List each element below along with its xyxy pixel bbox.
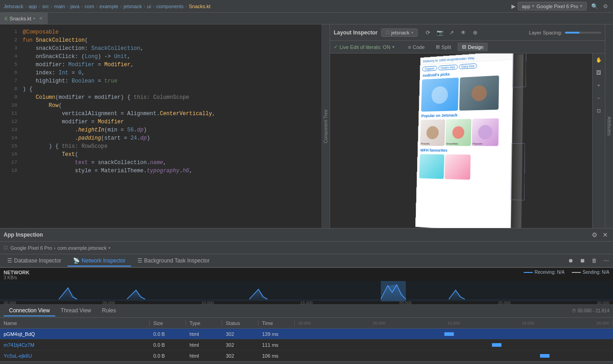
layout-export-icon[interactable]: ↗ xyxy=(447,28,457,38)
inspector-stop-icon[interactable]: ⏹ xyxy=(578,256,588,266)
layout-eye-icon[interactable]: 👁 xyxy=(458,28,468,38)
tab-code[interactable]: ≡ Code xyxy=(404,43,429,51)
tab-split-label: Split xyxy=(442,44,451,50)
label-pretzels: Pretzels xyxy=(421,142,429,145)
row2-status: 302 xyxy=(222,342,258,348)
receiving-line xyxy=(524,272,533,273)
device-label: Google Pixel 6 Pro xyxy=(536,4,578,9)
network-svg-chart xyxy=(0,281,613,301)
toolbar-actions: 🔍 ⚙ xyxy=(590,2,609,10)
file-tab-snacks[interactable]: K Snacks.kt ● ✕ xyxy=(0,13,48,24)
breadcrumb-file[interactable]: Snacks.kt xyxy=(189,4,210,9)
hand-tool-icon[interactable]: ✋ xyxy=(594,55,603,64)
row1-size: 0.0 B xyxy=(150,331,186,337)
layout-inspector-panel: Layout Inspector ☐ jetsnack ▾ ⟳ 📷 ↗ 👁 ⊕ … xyxy=(330,24,605,228)
search-icon[interactable]: 🔍 xyxy=(590,2,598,10)
inspection-close-icon[interactable]: ✕ xyxy=(601,231,609,239)
time-20: 20.000 xyxy=(399,301,412,304)
device-chevron: ▾ xyxy=(108,246,111,250)
layout-refresh-icon[interactable]: ⟳ xyxy=(423,28,433,38)
breadcrumb-ui[interactable]: ui xyxy=(147,4,151,9)
layout-icons: ⟳ 📷 ↗ 👁 ⊕ xyxy=(423,28,480,38)
breadcrumb-app[interactable]: app xyxy=(29,4,37,9)
breadcrumb: Jetsnack › app › src › main › java › com… xyxy=(4,4,210,9)
device-selector[interactable]: app ▾ Google Pixel 6 Pro ▾ xyxy=(518,2,587,10)
code-line-2: 2 fun SnackCollection( xyxy=(0,36,321,44)
legend-receiving: Receiving: N/A xyxy=(524,270,564,275)
device-name-display[interactable]: Google Pixel 6 Pro › com.example.jetsnac… xyxy=(10,245,111,251)
table-row-3[interactable]: Yc5sL-ejk6U 0.0 B html 302 106 ms xyxy=(0,350,613,361)
row2-timeline-bar xyxy=(492,343,501,347)
food-card-2 xyxy=(459,75,499,111)
layer-spacing-label: Layer Spacing: xyxy=(529,30,562,35)
connection-tabs: Connection View Thread View Rules ⏱ 00.0… xyxy=(0,304,613,318)
breadcrumb-com[interactable]: com xyxy=(85,4,94,9)
app-package-text: com.example.jetsnack xyxy=(57,245,107,251)
code-line-14: 14 .padding(start = 24.dp) xyxy=(0,134,321,142)
inspector-clear-icon[interactable]: 🗑 xyxy=(589,256,599,266)
live-edit-toggle[interactable]: ✓ Live Edit of literals: ON ▾ xyxy=(334,44,394,50)
close-tab-icon[interactable]: ✕ xyxy=(39,16,43,21)
svg-rect-0 xyxy=(0,281,613,301)
tab-design[interactable]: ⊟ Design xyxy=(457,43,488,51)
table-row-1[interactable]: pGM4sjt_BdQ 0.0 B html 302 139 ms xyxy=(0,329,613,340)
tab-network-label: Network Inspector xyxy=(82,257,126,264)
row1-timeline-bar xyxy=(444,332,454,336)
breadcrumb-example[interactable]: example xyxy=(99,4,118,9)
attributes-label: Attributes xyxy=(607,116,612,136)
row1-time: 139 ms xyxy=(258,331,295,337)
breadcrumb-jetsnack[interactable]: Jetsnack xyxy=(4,4,23,9)
breadcrumb-java[interactable]: java xyxy=(70,4,79,9)
network-title: NETWORK xyxy=(4,270,29,275)
col-size: Size xyxy=(150,320,186,326)
tab-thread-view[interactable]: Thread View xyxy=(55,306,97,316)
table-row-2[interactable]: m741tj4Cz7M 0.0 B html 302 111 ms xyxy=(0,340,613,350)
tab-code-label: Code xyxy=(413,44,424,50)
file-tabs: K Snacks.kt ● ✕ xyxy=(0,13,613,24)
settings-icon[interactable]: ⚙ xyxy=(601,2,609,10)
inspector-more-icon[interactable]: ⋯ xyxy=(601,256,611,266)
layout-device-selector[interactable]: ☐ jetsnack ▾ xyxy=(381,29,418,37)
breadcrumb-src[interactable]: src xyxy=(42,4,49,9)
run-button[interactable]: ▶ xyxy=(510,2,518,10)
tab-database-inspector[interactable]: ☰ Database Inspector xyxy=(2,256,67,267)
zoom-out-icon[interactable]: − xyxy=(594,93,603,102)
layout-crosshair-icon[interactable]: ⊕ xyxy=(470,28,480,38)
tab-split[interactable]: ⊞ Split xyxy=(431,43,456,51)
code-editor[interactable]: 1 @Composable 2 fun SnackCollection( 3 s… xyxy=(0,24,322,228)
tab-rules[interactable]: Rules xyxy=(97,306,122,316)
tab-network-inspector[interactable]: 📡 Network Inspector xyxy=(68,256,131,267)
layout-capture-icon[interactable]: 📷 xyxy=(435,28,445,38)
food-card-wfh2 xyxy=(444,154,471,180)
food-card-popcorn: Popcorn xyxy=(472,118,499,146)
breadcrumb-jetsnack2[interactable]: jetsnack xyxy=(124,4,142,9)
tab-background-inspector[interactable]: ☰ Background Task Inspector xyxy=(132,256,215,267)
code-line-1: 1 @Composable xyxy=(0,28,321,36)
device-display-text: Google Pixel 6 Pro xyxy=(10,245,52,251)
code-line-17: 17 text = snackCollection.name, xyxy=(0,159,321,167)
tab-connection-view[interactable]: Connection View xyxy=(4,306,55,316)
col-type: Type xyxy=(186,320,222,326)
zoom-in-icon[interactable]: + xyxy=(594,81,603,90)
time-30: 30.000 xyxy=(597,301,609,304)
chip-dairyfree: Dairy-free xyxy=(459,63,477,69)
food-grid-2: Pretzels Smoothies Popcorn xyxy=(418,117,512,147)
network-graph: NETWORK 3 KB/s Receiving: N/A Sending: N… xyxy=(0,268,613,304)
breadcrumb-components[interactable]: components xyxy=(156,4,184,9)
code-line-10: 10 Row( xyxy=(0,102,321,110)
database-icon: ☰ xyxy=(7,257,12,264)
image-icon[interactable]: 🖼 xyxy=(594,68,603,77)
col-name: Name xyxy=(0,320,150,326)
inspector-record-icon[interactable]: ⏺ xyxy=(566,256,576,266)
app-inspection-actions: ⚙ ✕ xyxy=(590,231,609,239)
row2-name: m741tj4Cz7M xyxy=(0,342,150,348)
selection-overlay-2 xyxy=(511,143,525,200)
attributes-sidebar[interactable]: Attributes xyxy=(605,24,613,228)
legend-sending: Sending: N/A xyxy=(572,270,609,275)
component-tree-panel[interactable]: Component Tree xyxy=(322,24,330,228)
layer-spacing-slider[interactable] xyxy=(565,32,601,34)
breadcrumb-main[interactable]: main xyxy=(54,4,65,9)
inspection-settings-icon[interactable]: ⚙ xyxy=(590,231,598,239)
row2-size: 0.0 B xyxy=(150,342,186,348)
fit-icon[interactable]: ⊡ xyxy=(594,106,603,115)
